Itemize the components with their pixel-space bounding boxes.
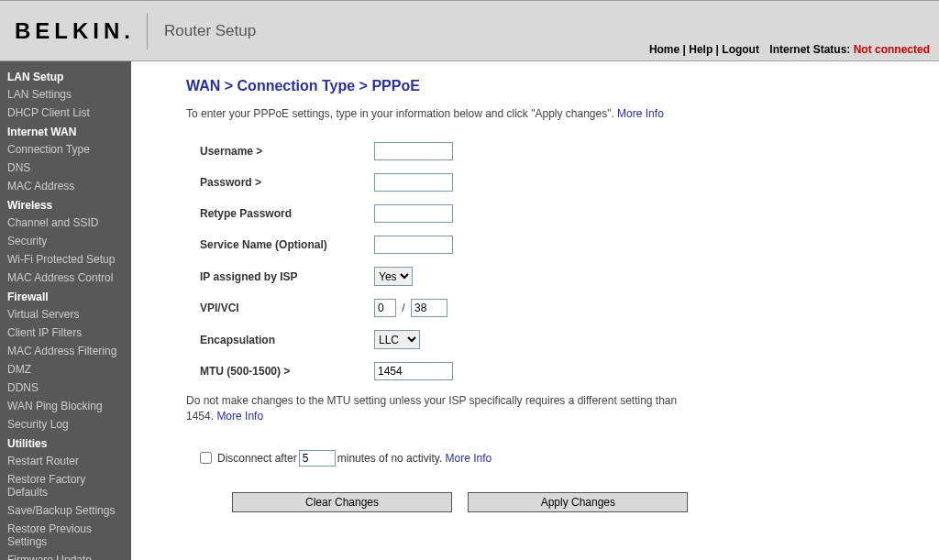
row-disconnect: Disconnect after minutes of no activity.… — [186, 450, 930, 467]
more-info-link-disconnect[interactable]: More Info — [446, 452, 492, 465]
vpi-vci-separator: / — [402, 302, 404, 314]
sidebar-item-dns[interactable]: DNS — [0, 159, 131, 177]
row-vpi-vci: VPI/VCI / — [186, 299, 930, 317]
mtu-note: Do not make changes to the MTU setting u… — [186, 393, 700, 424]
intro-text: To enter your PPPoE settings, type in yo… — [186, 107, 930, 120]
clear-changes-button[interactable]: Clear Changes — [232, 492, 452, 512]
sidebar-head-lan: LAN Setup — [0, 67, 131, 85]
apply-changes-button[interactable]: Apply Changes — [468, 492, 688, 512]
sidebar: LAN Setup LAN Settings DHCP Client List … — [0, 61, 131, 560]
disconnect-checkbox[interactable] — [200, 452, 212, 464]
sidebar-item-mac-address[interactable]: MAC Address — [0, 177, 131, 195]
sidebar-head-firewall: Firewall — [0, 287, 131, 305]
sidebar-head-wireless: Wireless — [0, 195, 131, 214]
encapsulation-select[interactable]: LLC — [374, 330, 420, 349]
retype-password-input[interactable] — [374, 204, 453, 223]
row-ip-assigned: IP assigned by ISP Yes — [186, 267, 930, 286]
sidebar-item-restore-defaults[interactable]: Restore Factory Defaults — [0, 470, 131, 501]
header: BELKIN. Router Setup Home | Help | Logou… — [0, 0, 939, 61]
sidebar-item-dhcp-client-list[interactable]: DHCP Client List — [0, 104, 131, 122]
vci-input[interactable] — [411, 299, 447, 317]
ip-assigned-select[interactable]: Yes — [374, 267, 413, 286]
label-ip-assigned: IP assigned by ISP — [186, 270, 374, 283]
label-username: Username > — [186, 145, 374, 158]
sidebar-item-connection-type[interactable]: Connection Type — [0, 140, 131, 159]
sidebar-item-wan-ping-blocking[interactable]: WAN Ping Blocking — [0, 397, 131, 415]
internet-status-label: Internet Status: — [769, 43, 850, 56]
page-title: WAN > Connection Type > PPPoE — [186, 78, 930, 94]
button-row: Clear Changes Apply Changes — [186, 492, 930, 512]
internet-status-value: Not connected — [854, 43, 930, 56]
row-encapsulation: Encapsulation LLC — [186, 330, 930, 349]
sidebar-item-dmz[interactable]: DMZ — [0, 360, 131, 379]
password-input[interactable] — [374, 173, 453, 192]
sidebar-item-channel-ssid[interactable]: Channel and SSID — [0, 214, 131, 232]
sidebar-item-save-backup[interactable]: Save/Backup Settings — [0, 501, 131, 520]
label-password: Password > — [186, 176, 374, 189]
sidebar-head-utilities: Utilities — [0, 434, 131, 452]
disconnect-minutes-input[interactable] — [299, 450, 336, 467]
sidebar-item-security-log[interactable]: Security Log — [0, 415, 131, 434]
label-mtu: MTU (500-1500) > — [186, 365, 374, 378]
sidebar-item-restore-previous[interactable]: Restore Previous Settings — [0, 520, 131, 551]
label-service-name: Service Name (Optional) — [186, 238, 374, 251]
service-name-input[interactable] — [374, 236, 453, 254]
top-links: Home | Help | Logout Internet Status: No… — [649, 43, 930, 56]
disconnect-label-after: minutes of no activity. — [337, 452, 443, 465]
main-container: LAN Setup LAN Settings DHCP Client List … — [0, 61, 939, 560]
sidebar-item-client-ip-filters[interactable]: Client IP Filters — [0, 324, 131, 342]
brand-logo: BELKIN. — [9, 13, 148, 49]
sidebar-item-virtual-servers[interactable]: Virtual Servers — [0, 305, 131, 324]
logout-link[interactable]: Logout — [722, 43, 759, 56]
sidebar-item-restart-router[interactable]: Restart Router — [0, 452, 131, 470]
row-username: Username > — [186, 142, 930, 160]
row-mtu: MTU (500-1500) > — [186, 362, 930, 380]
help-link[interactable]: Help — [689, 43, 713, 56]
row-service-name: Service Name (Optional) — [186, 236, 930, 254]
more-info-link-intro[interactable]: More Info — [617, 107, 664, 120]
username-input[interactable] — [374, 142, 453, 160]
sidebar-item-security[interactable]: Security — [0, 232, 131, 250]
mtu-input[interactable] — [374, 362, 453, 380]
label-retype-password: Retype Password — [186, 207, 374, 220]
row-password: Password > — [186, 173, 930, 192]
sidebar-head-internet-wan: Internet WAN — [0, 122, 131, 140]
intro-sentence: To enter your PPPoE settings, type in yo… — [186, 107, 614, 120]
sidebar-item-wps[interactable]: Wi-Fi Protected Setup — [0, 250, 131, 269]
main-content: WAN > Connection Type > PPPoE To enter y… — [131, 61, 939, 560]
home-link[interactable]: Home — [649, 43, 679, 56]
label-vpi-vci: VPI/VCI — [186, 302, 374, 314]
more-info-link-mtu[interactable]: More Info — [216, 410, 263, 423]
label-encapsulation: Encapsulation — [186, 334, 374, 346]
disconnect-label-before: Disconnect after — [217, 452, 297, 465]
page-app-title: Router Setup — [148, 22, 256, 40]
sidebar-item-firmware-update[interactable]: Firmware Update — [0, 551, 131, 560]
vpi-input[interactable] — [374, 299, 396, 317]
sidebar-item-ddns[interactable]: DDNS — [0, 379, 131, 397]
sidebar-item-mac-filtering[interactable]: MAC Address Filtering — [0, 342, 131, 360]
sidebar-item-mac-control[interactable]: MAC Address Control — [0, 269, 131, 287]
sidebar-item-lan-settings[interactable]: LAN Settings — [0, 85, 131, 104]
row-retype-password: Retype Password — [186, 204, 930, 223]
